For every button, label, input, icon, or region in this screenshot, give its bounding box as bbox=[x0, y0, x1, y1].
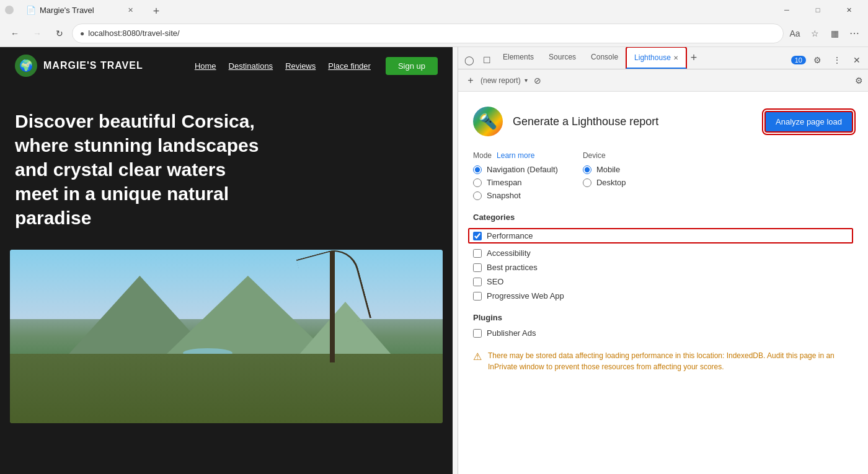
site-navbar: 🌍 MARGIE'S TRAVEL Home Destinations Revi… bbox=[0, 47, 453, 84]
hero-text: Discover beautiful Corsica, where stunni… bbox=[15, 109, 263, 230]
url-text: localhost:8080/travel-site/ bbox=[88, 29, 776, 38]
mode-timespan[interactable]: Timespan bbox=[473, 178, 558, 187]
plugins-section: Plugins Publisher Ads bbox=[473, 313, 853, 338]
category-seo[interactable]: SEO bbox=[473, 277, 853, 286]
category-seo-label: SEO bbox=[487, 277, 503, 286]
category-best-practices-label: Best practices bbox=[487, 263, 538, 272]
address-bar[interactable]: ● localhost:8080/travel-site/ bbox=[72, 24, 784, 43]
back-button[interactable]: ← bbox=[5, 24, 25, 43]
category-accessibility-checkbox[interactable] bbox=[473, 249, 482, 258]
categories-checkbox-group: Performance Accessibility Best practices bbox=[473, 228, 853, 301]
analyze-page-load-button[interactable]: Analyze page load bbox=[764, 111, 853, 133]
category-seo-checkbox[interactable] bbox=[473, 278, 482, 286]
device-mobile-radio[interactable] bbox=[583, 165, 591, 174]
lighthouse-logo-icon: 🔦 bbox=[479, 113, 497, 130]
new-report-label: (new report) bbox=[480, 76, 521, 85]
mode-device-section: Mode Learn more Navigation (Default) bbox=[473, 151, 853, 200]
device-mobile[interactable]: Mobile bbox=[583, 165, 626, 174]
category-performance[interactable]: Performance bbox=[468, 228, 853, 244]
device-label: Device bbox=[583, 151, 626, 160]
mode-timespan-radio[interactable] bbox=[473, 178, 482, 187]
lighthouse-tab-label: Lighthouse bbox=[634, 53, 671, 62]
devtools-cast-button[interactable]: ◯ bbox=[461, 51, 478, 69]
globe-icon: 🌍 bbox=[19, 59, 33, 72]
signup-button[interactable]: Sign up bbox=[386, 57, 438, 75]
tab-elements[interactable]: Elements bbox=[495, 47, 541, 69]
mode-radio-group: Navigation (Default) Timespan Snapshot bbox=[473, 165, 558, 200]
tree bbox=[330, 251, 335, 362]
scroll-divider[interactable] bbox=[453, 47, 458, 474]
devtools-tab-bar: ◯ ☐ Elements Sources Console Lighthouse … bbox=[458, 47, 868, 69]
mode-navigation[interactable]: Navigation (Default) bbox=[473, 165, 558, 174]
tab-console[interactable]: Console bbox=[583, 47, 626, 69]
window-controls: ─ □ ✕ bbox=[773, 0, 863, 20]
mode-snapshot[interactable]: Snapshot bbox=[473, 191, 558, 200]
plugin-publisher-ads[interactable]: Publisher Ads bbox=[473, 328, 853, 338]
add-panel-button[interactable]: + bbox=[687, 47, 701, 69]
reload-button[interactable]: ↻ bbox=[50, 24, 69, 43]
nav-link-place-finder[interactable]: Place finder bbox=[328, 61, 371, 71]
learn-more-link[interactable]: Learn more bbox=[497, 151, 534, 160]
categories-label: Categories bbox=[473, 213, 853, 222]
mode-group: Mode Learn more Navigation (Default) bbox=[473, 151, 558, 200]
forward-button[interactable]: → bbox=[27, 24, 47, 43]
tab-lighthouse[interactable]: Lighthouse ✕ bbox=[626, 47, 687, 69]
site-logo: 🌍 MARGIE'S TRAVEL bbox=[15, 55, 143, 77]
collections-button[interactable]: ▦ bbox=[826, 25, 843, 42]
devtools-close-button[interactable]: ✕ bbox=[848, 51, 866, 69]
devtools-settings-button[interactable]: ⚙ bbox=[808, 51, 826, 69]
window-circle bbox=[5, 6, 14, 14]
lighthouse-toolbar: + (new report) ▾ ⊘ ⚙ bbox=[458, 69, 868, 92]
foreground-layer bbox=[10, 354, 443, 423]
new-report-chevron-icon[interactable]: ▾ bbox=[525, 77, 528, 84]
hero-section: Discover beautiful Corsica, where stunni… bbox=[0, 84, 453, 250]
category-accessibility[interactable]: Accessibility bbox=[473, 248, 853, 258]
tab-close-button[interactable]: ✕ bbox=[125, 5, 135, 15]
category-pwa-checkbox[interactable] bbox=[473, 292, 482, 301]
device-desktop[interactable]: Desktop bbox=[583, 178, 626, 187]
warning-icon: ⚠ bbox=[473, 351, 482, 372]
website-pane: 🌍 MARGIE'S TRAVEL Home Destinations Revi… bbox=[0, 47, 453, 474]
browser-tab-margies-travel[interactable]: 📄 Margie's Travel ✕ bbox=[19, 0, 143, 20]
lighthouse-logo: 🔦 bbox=[473, 107, 503, 136]
maximize-button[interactable]: □ bbox=[804, 0, 832, 20]
tab-sources[interactable]: Sources bbox=[541, 47, 583, 69]
more-button[interactable]: ⋯ bbox=[846, 25, 863, 42]
category-best-practices[interactable]: Best practices bbox=[473, 263, 853, 272]
favorites-button[interactable]: ☆ bbox=[806, 25, 823, 42]
nav-link-reviews[interactable]: Reviews bbox=[285, 61, 316, 71]
warning-banner: ⚠ There may be stored data affecting loa… bbox=[473, 350, 853, 372]
category-pwa[interactable]: Progressive Web App bbox=[473, 291, 853, 301]
device-mobile-label: Mobile bbox=[596, 165, 620, 174]
mode-label: Mode bbox=[473, 151, 492, 160]
categories-section: Categories Performance Accessibility bbox=[473, 213, 853, 301]
device-desktop-label: Desktop bbox=[596, 178, 626, 187]
lock-icon: ● bbox=[80, 29, 84, 38]
plugins-checkbox-group: Publisher Ads bbox=[473, 328, 853, 338]
logo-icon: 🌍 bbox=[15, 55, 37, 77]
mode-navigation-radio[interactable] bbox=[473, 165, 482, 174]
plugin-publisher-ads-checkbox[interactable] bbox=[473, 329, 482, 338]
nav-link-home[interactable]: Home bbox=[195, 61, 216, 71]
device-group: Device Mobile Desktop bbox=[583, 151, 626, 200]
close-button[interactable]: ✕ bbox=[835, 0, 863, 20]
plugin-publisher-ads-label: Publisher Ads bbox=[487, 328, 536, 338]
minimize-button[interactable]: ─ bbox=[773, 0, 801, 20]
new-report-add-button[interactable]: + bbox=[463, 73, 478, 88]
mode-timespan-label: Timespan bbox=[487, 178, 522, 187]
clear-report-button[interactable]: ⊘ bbox=[534, 76, 541, 86]
category-best-practices-checkbox[interactable] bbox=[473, 263, 482, 272]
nav-link-destinations[interactable]: Destinations bbox=[229, 61, 273, 71]
devtools-inspect-button[interactable]: ☐ bbox=[478, 51, 495, 69]
mode-snapshot-radio[interactable] bbox=[473, 191, 482, 200]
warning-text: There may be stored data affecting loadi… bbox=[488, 350, 853, 372]
devtools-customize-button[interactable]: ⋮ bbox=[828, 51, 846, 69]
lighthouse-settings-button[interactable]: ⚙ bbox=[855, 76, 863, 86]
category-performance-checkbox[interactable] bbox=[473, 232, 482, 240]
read-aloud-button[interactable]: Aa bbox=[786, 25, 804, 42]
address-bar-actions: Aa ☆ ▦ ⋯ bbox=[786, 25, 863, 42]
device-desktop-radio[interactable] bbox=[583, 178, 591, 187]
new-tab-button[interactable]: + bbox=[148, 2, 165, 20]
mode-navigation-label: Navigation (Default) bbox=[487, 165, 558, 174]
lighthouse-tab-close[interactable]: ✕ bbox=[673, 55, 678, 61]
